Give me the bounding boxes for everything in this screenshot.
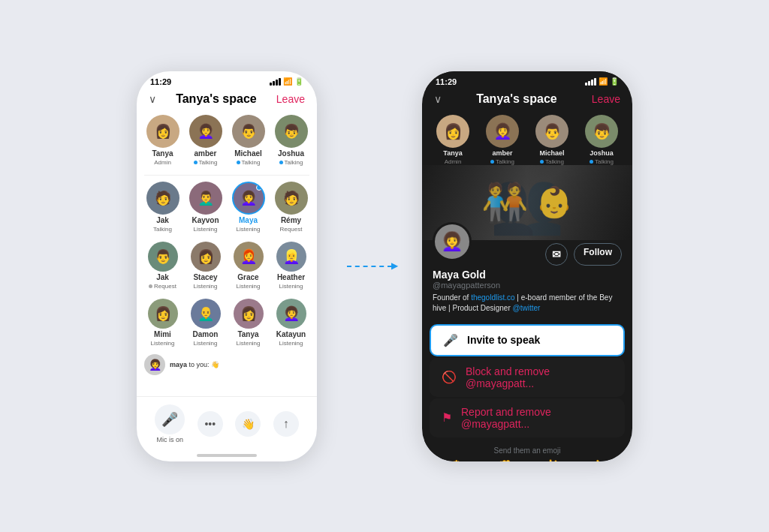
- emoji-hand1[interactable]: 🤚: [446, 459, 466, 461]
- speaker-kayvon[interactable]: 👨‍🦱 Kayvon Listening: [187, 182, 224, 233]
- main-container: 11:29 📶 🔋 ∨ Tanya's space Leave: [137, 71, 632, 461]
- avatar-katayun: 👩‍🦱: [276, 299, 306, 329]
- mic-button[interactable]: 🎤: [155, 404, 185, 434]
- maya-profile-avatar-wrap: 👩‍🦱: [433, 222, 472, 261]
- left-phone: 11:29 📶 🔋 ∨ Tanya's space Leave: [137, 71, 317, 461]
- right-chevron-icon[interactable]: ∨: [434, 93, 442, 105]
- invite-menu-row: 🎤 Invite to speak: [431, 326, 623, 355]
- speaker-mimi[interactable]: 👩 Mimi Listening: [144, 299, 181, 347]
- maya-message: 👩‍🦱 maya to you: 👋: [137, 353, 317, 377]
- share-button[interactable]: ↑: [273, 411, 299, 437]
- avatar-jak2: 👨: [148, 242, 178, 272]
- emoji-wave[interactable]: 🤙: [588, 459, 608, 461]
- right-status-amber: Talking: [490, 158, 514, 165]
- right-header: ∨ Tanya's space Leave: [422, 89, 632, 112]
- follow-button[interactable]: Follow: [574, 243, 622, 266]
- message-button[interactable]: ✉: [545, 243, 568, 266]
- right-speaker-joshua[interactable]: 👦 Joshua Talking: [585, 115, 618, 165]
- left-time: 11:29: [150, 77, 171, 86]
- speaker-name-maya: Maya: [239, 216, 258, 224]
- report-item[interactable]: ⚑ Report and remove @mayagpatt...: [430, 398, 625, 437]
- speaker-name-tanya: Tanya: [152, 149, 173, 158]
- speaker-status-kayvon: Listening: [193, 226, 217, 233]
- right-space-title: Tanya's space: [476, 92, 557, 106]
- speaker-name-kayvon: Kayvon: [191, 216, 219, 224]
- avatar-remy: 🧑: [275, 182, 308, 215]
- speaker-name-damon: Damon: [193, 330, 219, 338]
- speaker-status-mimi: Listening: [150, 340, 174, 347]
- speaker-amber[interactable]: 👩‍🦱 amber Talking: [187, 115, 224, 166]
- avatar-heather: 👱‍♀️: [276, 242, 306, 272]
- bio-link[interactable]: thegoldlist.co: [471, 293, 514, 302]
- left-chevron-icon[interactable]: ∨: [149, 93, 156, 105]
- left-wifi-icon: 📶: [283, 77, 292, 86]
- right-phone: 11:29 📶 🔋 ∨ Tanya's space Leave 👩: [422, 71, 632, 461]
- speaker-remy[interactable]: 🧑 Rémy Request: [273, 182, 309, 233]
- right-name-michael: Michael: [539, 149, 564, 157]
- wave-icon: 👋: [242, 418, 255, 430]
- speaker-name-remy: Rémy: [281, 216, 301, 224]
- left-bottom-bar: 🎤 Mic is on ••• 👋 ↑: [137, 396, 317, 449]
- block-label: Block and remove @mayagpatt...: [466, 365, 613, 389]
- report-icon: ⚑: [442, 410, 452, 425]
- maya-bio: Founder of thegoldlist.co | e-board memb…: [433, 293, 622, 314]
- speaker-status-damon: Listening: [193, 340, 217, 347]
- maya-notification-dot: [256, 185, 262, 191]
- left-home-indicator: [197, 454, 257, 457]
- speaker-tanya2[interactable]: 👩 Tanya Listening: [230, 299, 267, 347]
- maya-handle: @mayagpatterson: [433, 281, 622, 290]
- speaker-name-grace: Grace: [237, 273, 258, 281]
- avatar-tanya2: 👩: [234, 299, 264, 329]
- right-avatar-tanya: 👩: [436, 115, 469, 148]
- maya-name: Maya Gold: [433, 269, 622, 281]
- mic-icon: 🎤: [161, 411, 178, 428]
- right-speaker-amber[interactable]: 👩‍🦱 amber Talking: [486, 115, 519, 165]
- speaker-tanya[interactable]: 👩 Tanya Admin: [144, 115, 181, 166]
- speakers-row-2: 🧑 Jak Talking 👨‍🦱 Kayvon Listening 👩‍🦱 M…: [137, 179, 317, 239]
- block-item[interactable]: 🚫 Block and remove @mayagpatt...: [430, 358, 625, 397]
- speaker-status-tanya2: Listening: [236, 340, 260, 347]
- emoji-section: Send them an emoji 🤚 ✊ ✌️ 🤙: [422, 440, 632, 461]
- right-status-bar: 11:29 📶 🔋: [422, 71, 632, 89]
- dots-button[interactable]: •••: [198, 411, 223, 437]
- speaker-name-stacey: Stacey: [193, 273, 217, 281]
- invite-to-speak-item[interactable]: 🎤 Invite to speak: [430, 324, 625, 356]
- speaker-status-tanya: Admin: [154, 159, 171, 166]
- block-menu-row: 🚫 Block and remove @mayagpatt...: [430, 358, 625, 397]
- speaker-jak2[interactable]: 👨 Jak Request: [144, 242, 181, 290]
- speakers-row-3: 👨 Jak Request 👩 Stacey Listening 👩‍🦰 Gra…: [137, 239, 317, 296]
- right-name-amber: amber: [492, 149, 512, 157]
- speaker-michael[interactable]: 👨 Michael Talking: [230, 115, 267, 166]
- speaker-katayun[interactable]: 👩‍🦱 Katayun Listening: [273, 299, 309, 347]
- emoji-hand2[interactable]: ✊: [493, 459, 514, 461]
- right-avatar-amber: 👩‍🦱: [486, 115, 519, 148]
- speaker-status-jak2: Request: [149, 283, 176, 290]
- right-speaker-michael[interactable]: 👨 Michael Talking: [535, 115, 568, 165]
- speaker-heather[interactable]: 👱‍♀️ Heather Listening: [273, 242, 309, 290]
- speakers-row-4: 👩 Mimi Listening 👨‍🦲 Damon Listening 👩 T…: [137, 296, 317, 353]
- speaker-grace[interactable]: 👩‍🦰 Grace Listening: [230, 242, 267, 290]
- bio-twitter[interactable]: @twitter: [513, 304, 541, 312]
- speakers-row-1: 👩 Tanya Admin 👩‍🦱 amber Talking 👨 Michae…: [137, 112, 317, 172]
- speaker-jak-row2[interactable]: 🧑 Jak Talking: [144, 182, 181, 233]
- speaker-name-joshua: Joshua: [278, 149, 304, 158]
- right-name-joshua: Joshua: [590, 149, 614, 157]
- avatar-maya: 👩‍🦱: [232, 182, 265, 215]
- wave-button[interactable]: 👋: [235, 411, 261, 437]
- mic-menu-icon: 🎤: [443, 333, 458, 347]
- avatar-amber: 👩‍🦱: [189, 115, 222, 148]
- emoji-label: Send them an emoji: [433, 446, 622, 455]
- left-battery-icon: 🔋: [294, 77, 303, 86]
- right-leave-button[interactable]: Leave: [592, 93, 620, 105]
- right-speaker-tanya[interactable]: 👩 Tanya Admin: [436, 115, 469, 165]
- speaker-maya[interactable]: 👩‍🦱 Maya Listening: [230, 182, 267, 233]
- speaker-stacey[interactable]: 👩 Stacey Listening: [187, 242, 224, 290]
- left-leave-button[interactable]: Leave: [276, 93, 305, 105]
- speaker-name-jak2: Jak: [156, 273, 169, 281]
- speaker-name-amber: amber: [194, 149, 216, 158]
- emoji-peace[interactable]: ✌️: [541, 459, 561, 461]
- speaker-joshua[interactable]: 👦 Joshua Talking: [273, 115, 309, 166]
- dashed-arrow-container: [347, 251, 392, 281]
- speaker-damon[interactable]: 👨‍🦲 Damon Listening: [187, 299, 224, 347]
- speaker-status-amber: Talking: [194, 159, 218, 166]
